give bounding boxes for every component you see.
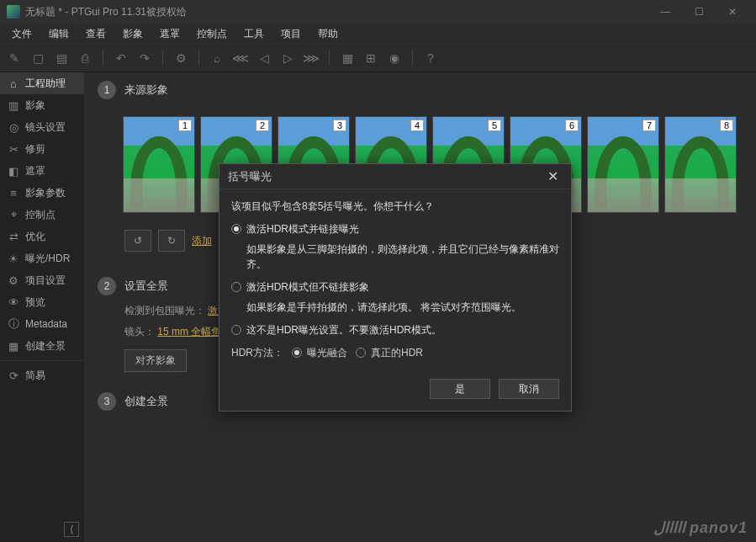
- watermark-logo: ااااال: [653, 519, 685, 536]
- thumbnail-number: 3: [333, 120, 346, 131]
- radio-label: 真正的HDR: [371, 346, 423, 360]
- thumbnail-number: 5: [488, 120, 501, 131]
- dialog-titlebar: 括号曝光 ✕: [219, 164, 571, 189]
- dialog-body: 该项目似乎包含8套5括号曝光。你想干什么？ 激活HDR模式并链接曝光 如果影象是…: [219, 189, 571, 370]
- radio-option-2[interactable]: 激活HDR模式但不链接影象: [231, 280, 559, 295]
- radio-label: 曝光融合: [307, 346, 347, 360]
- option-1-description: 如果影象是从三脚架拍摄的，则选择此项，并且它们已经与像素精准对齐。: [246, 242, 559, 272]
- dialog-message: 该项目似乎包含8套5括号曝光。你想干什么？: [231, 199, 559, 214]
- radio-option-3[interactable]: 这不是HDR曝光设置。不要激活HDR模式。: [231, 323, 559, 337]
- dialog-buttons: 是 取消: [219, 370, 571, 411]
- bracket-exposure-dialog: 括号曝光 ✕ 该项目似乎包含8套5括号曝光。你想干什么？ 激活HDR模式并链接曝…: [219, 163, 572, 412]
- dialog-title: 括号曝光: [228, 169, 542, 184]
- hdr-method-row: HDR方法： 曝光融合 真正的HDR: [231, 346, 559, 360]
- radio-option-1[interactable]: 激活HDR模式并链接曝光: [231, 222, 559, 236]
- dialog-backdrop: 括号曝光 ✕ 该项目似乎包含8套5括号曝光。你想干什么？ 激活HDR模式并链接曝…: [0, 0, 756, 542]
- thumbnail-number: 8: [720, 120, 733, 131]
- radio-icon: [231, 282, 241, 292]
- radio-icon: [356, 348, 366, 358]
- radio-icon: [231, 325, 241, 335]
- watermark-name: panov1: [690, 519, 748, 536]
- option-2-description: 如果影象是手持拍摄的，请选择此项。 将尝试对齐范围曝光。: [246, 300, 559, 315]
- thumbnail-number: 4: [410, 120, 424, 131]
- watermark: ااااال panov1: [653, 518, 748, 537]
- radio-label: 激活HDR模式但不链接影象: [246, 280, 369, 295]
- radio-icon: [231, 224, 241, 234]
- thumbnail-number: 1: [178, 120, 192, 131]
- hdr-method-true[interactable]: 真正的HDR: [356, 346, 423, 360]
- radio-label: 激活HDR模式并链接曝光: [246, 222, 359, 236]
- cancel-button[interactable]: 取消: [499, 379, 559, 399]
- dialog-close-button[interactable]: ✕: [542, 167, 563, 187]
- thumbnail-number: 2: [256, 120, 269, 131]
- thumbnail-number: 7: [642, 120, 656, 131]
- hdr-method-label: HDR方法：: [231, 346, 283, 360]
- yes-button[interactable]: 是: [430, 379, 490, 399]
- hdr-method-fusion[interactable]: 曝光融合: [292, 346, 347, 360]
- thumbnail-number: 6: [565, 120, 579, 131]
- radio-label: 这不是HDR曝光设置。不要激活HDR模式。: [246, 323, 441, 337]
- radio-icon: [292, 348, 302, 358]
